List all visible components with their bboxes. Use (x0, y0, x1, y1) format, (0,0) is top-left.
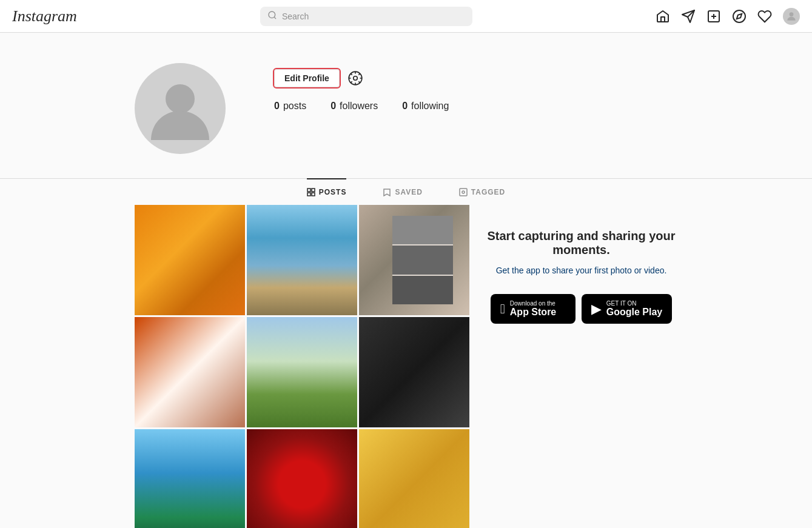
search-icon (267, 10, 277, 22)
apple-icon:  (500, 301, 505, 317)
following-label: following (411, 101, 449, 112)
tab-tagged-label: TAGGED (471, 188, 505, 196)
tab-posts-label: POSTS (319, 188, 347, 196)
content-area: Start capturing and sharing your moments… (122, 205, 690, 528)
svg-point-9 (790, 12, 794, 16)
profile-stats: 0 posts 0 followers 0 following (274, 101, 677, 112)
store-badges:  Download on the App Store ▶ GET IT ON … (485, 294, 677, 324)
googleplay-large: Google Play (606, 307, 662, 318)
search-box (260, 7, 472, 26)
tag-icon (459, 188, 468, 196)
tab-posts[interactable]: POSTS (307, 178, 347, 205)
grid-cell-baby[interactable] (359, 317, 469, 427)
svg-point-0 (269, 12, 275, 18)
edit-profile-button[interactable]: Edit Profile (274, 69, 340, 87)
googleplay-badge[interactable]: ▶ GET IT ON Google Play (582, 294, 672, 324)
grid-icon (307, 188, 315, 196)
grid-cell-oranges[interactable] (135, 205, 245, 315)
svg-rect-24 (312, 193, 315, 196)
posts-label: posts (283, 101, 306, 112)
new-post-icon[interactable] (706, 9, 721, 24)
svg-line-17 (351, 73, 352, 75)
tabs-bar: POSTS SAVED TAGGED (122, 179, 690, 205)
settings-icon[interactable] (347, 70, 364, 87)
followers-count: 0 (331, 101, 336, 112)
activity-icon[interactable] (757, 9, 772, 24)
followers-label: followers (340, 101, 378, 112)
googleplay-small: GET IT ON (606, 300, 662, 307)
promo-subtitle: Get the app to share your first photo or… (485, 264, 677, 277)
posts-stat: 0 posts (274, 101, 306, 112)
followers-stat[interactable]: 0 followers (331, 101, 378, 112)
explore-icon[interactable] (732, 9, 747, 24)
profile-section: Edit Profile (122, 51, 690, 178)
svg-rect-23 (307, 193, 310, 196)
tab-saved-label: SAVED (395, 188, 422, 196)
promo-section: Start capturing and sharing your moments… (485, 205, 677, 528)
direct-icon[interactable] (681, 9, 696, 24)
play-icon: ▶ (591, 301, 602, 317)
home-icon[interactable] (656, 9, 670, 24)
svg-line-19 (351, 81, 352, 82)
svg-point-7 (733, 10, 745, 22)
tab-saved[interactable]: SAVED (383, 178, 422, 205)
photo-grid (135, 205, 468, 528)
grid-cell-photos[interactable] (359, 205, 469, 315)
search-input[interactable] (282, 12, 465, 21)
grid-cell-flowers[interactable] (247, 429, 357, 528)
profile-avatar (135, 63, 226, 154)
bookmark-icon (383, 188, 391, 196)
svg-rect-22 (312, 189, 315, 192)
svg-point-10 (166, 84, 195, 113)
googleplay-text: GET IT ON Google Play (606, 300, 662, 318)
profile-avatar-nav[interactable] (783, 8, 800, 25)
following-count: 0 (402, 101, 408, 112)
grid-cell-inner (135, 205, 245, 315)
header-nav (656, 8, 800, 25)
appstore-badge[interactable]:  Download on the App Store (491, 294, 575, 324)
grid-cell-cat[interactable] (359, 429, 469, 528)
svg-line-1 (274, 17, 276, 19)
grid-cell-cactus[interactable] (247, 317, 357, 427)
appstore-small: Download on the (510, 300, 556, 307)
svg-line-18 (358, 81, 360, 82)
profile-actions: Edit Profile (274, 69, 677, 87)
appstore-large: App Store (510, 307, 556, 318)
instagram-logo[interactable]: Instagram (12, 7, 77, 25)
svg-marker-8 (737, 13, 742, 18)
svg-rect-25 (460, 189, 467, 196)
svg-line-20 (358, 73, 360, 75)
promo-title: Start capturing and sharing your moments… (485, 229, 677, 257)
posts-count: 0 (274, 101, 280, 112)
svg-rect-21 (307, 189, 310, 192)
grid-cell-dog[interactable] (135, 317, 245, 427)
main-header: Instagram (0, 0, 812, 33)
profile-info: Edit Profile (274, 63, 677, 122)
grid-cell-ride[interactable] (135, 429, 245, 528)
profile-avatar-container (135, 63, 226, 154)
search-container (260, 7, 472, 26)
svg-point-26 (462, 191, 465, 193)
grid-cell-coast[interactable] (247, 205, 357, 315)
tab-tagged[interactable]: TAGGED (459, 178, 505, 205)
appstore-text: Download on the App Store (510, 300, 556, 318)
main-content: Edit Profile (0, 33, 812, 528)
svg-point-12 (354, 76, 358, 81)
following-stat[interactable]: 0 following (402, 101, 449, 112)
